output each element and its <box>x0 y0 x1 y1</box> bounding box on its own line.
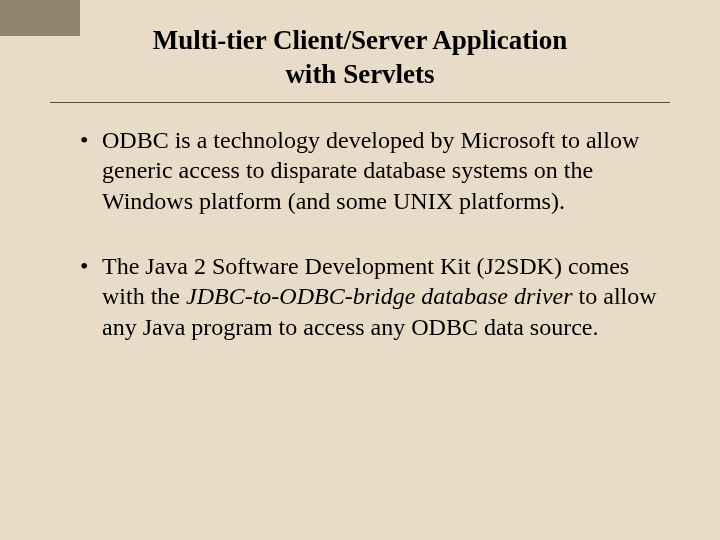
corner-watermark <box>0 0 80 36</box>
bullet-item: • ODBC is a technology developed by Micr… <box>80 125 660 217</box>
title-line-2: with Servlets <box>285 59 434 89</box>
bullet-dot-icon: • <box>80 125 102 217</box>
slide: Multi-tier Client/Server Application wit… <box>0 0 720 343</box>
text-segment: ODBC is a technology developed by Micros… <box>102 127 639 214</box>
title-line-1: Multi-tier Client/Server Application <box>153 25 567 55</box>
slide-title: Multi-tier Client/Server Application wit… <box>50 24 670 92</box>
bullet-text: ODBC is a technology developed by Micros… <box>102 125 660 217</box>
slide-body: • ODBC is a technology developed by Micr… <box>50 103 670 343</box>
bullet-text: The Java 2 Software Development Kit (J2S… <box>102 251 660 343</box>
bullet-item: • The Java 2 Software Development Kit (J… <box>80 251 660 343</box>
text-italic: JDBC-to-ODBC-bridge database driver <box>186 283 573 309</box>
bullet-dot-icon: • <box>80 251 102 343</box>
